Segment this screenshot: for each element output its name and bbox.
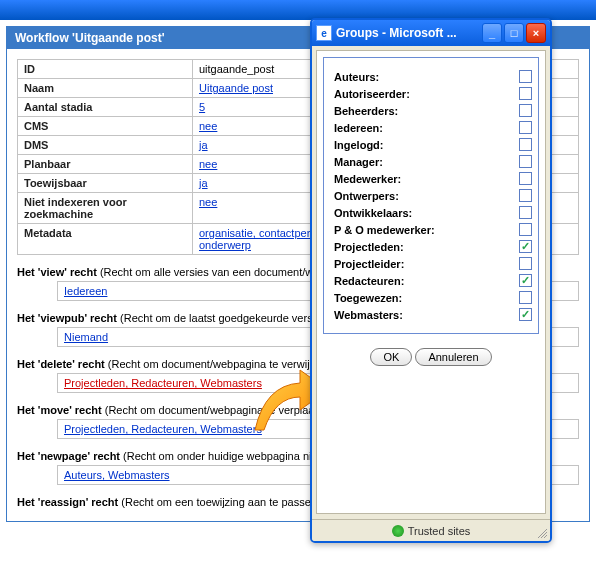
group-label: Beheerders: — [334, 105, 398, 117]
group-label: Projectleider: — [334, 258, 404, 270]
group-row: Iedereen: — [334, 119, 532, 136]
popup-title: Groups - Microsoft ... — [336, 26, 482, 40]
popup-body: Auteurs:Autoriseerder:Beheerders:Iederee… — [316, 50, 546, 514]
group-checkbox[interactable] — [519, 155, 532, 168]
group-row: Autoriseerder: — [334, 85, 532, 102]
prop-label-cms: CMS — [18, 117, 193, 136]
group-checkbox[interactable] — [519, 189, 532, 202]
prop-label-toewijsbaar: Toewijsbaar — [18, 174, 193, 193]
link-dms[interactable]: ja — [199, 139, 208, 151]
group-label: Redacteuren: — [334, 275, 404, 287]
group-row: Ingelogd: — [334, 136, 532, 153]
ok-button[interactable]: OK — [370, 348, 412, 366]
right-delete-title-bold: Het 'delete' recht — [17, 358, 105, 370]
group-label: Ontwikkelaars: — [334, 207, 412, 219]
group-checkbox[interactable]: ✓ — [519, 274, 532, 287]
maximize-button[interactable]: □ — [504, 23, 524, 43]
groups-popup-window: e Groups - Microsoft ... _ □ × Auteurs:A… — [310, 18, 552, 543]
group-row: Redacteuren:✓ — [334, 272, 532, 289]
link-planbaar[interactable]: nee — [199, 158, 217, 170]
group-label: P & O medewerker: — [334, 224, 435, 236]
group-checkbox[interactable] — [519, 206, 532, 219]
link-cms[interactable]: nee — [199, 120, 217, 132]
group-row: Toegewezen: — [334, 289, 532, 306]
link-toewijsbaar[interactable]: ja — [199, 177, 208, 189]
group-row: Beheerders: — [334, 102, 532, 119]
group-checkbox[interactable] — [519, 104, 532, 117]
right-viewpub-groups[interactable]: Niemand — [64, 331, 108, 343]
group-label: Manager: — [334, 156, 383, 168]
prop-label-naam: Naam — [18, 79, 193, 98]
group-label: Autoriseerder: — [334, 88, 410, 100]
group-label: Iedereen: — [334, 122, 383, 134]
group-row: Medewerker: — [334, 170, 532, 187]
group-row: Projectleden:✓ — [334, 238, 532, 255]
window-top-bar — [0, 0, 596, 20]
group-row: Manager: — [334, 153, 532, 170]
group-checkbox[interactable] — [519, 138, 532, 151]
right-viewpub-title-bold: Het 'viewpub' recht — [17, 312, 117, 324]
group-label: Medewerker: — [334, 173, 401, 185]
group-row: Webmasters:✓ — [334, 306, 532, 323]
right-move-groups[interactable]: Projectleden, Redacteuren, Webmasters — [64, 423, 262, 435]
right-move-title-rest: (Recht om document/webpagina te verplaat… — [102, 404, 339, 416]
right-reassign-title-bold: Het 'reassign' recht — [17, 496, 118, 508]
right-newpage-groups[interactable]: Auteurs, Webmasters — [64, 469, 170, 481]
group-checkbox[interactable] — [519, 87, 532, 100]
prop-label-planbaar: Planbaar — [18, 155, 193, 174]
group-label: Ontwerpers: — [334, 190, 399, 202]
minimize-button[interactable]: _ — [482, 23, 502, 43]
group-checkbox[interactable] — [519, 223, 532, 236]
link-niet-index[interactable]: nee — [199, 196, 217, 208]
group-checkbox[interactable]: ✓ — [519, 240, 532, 253]
group-row: Auteurs: — [334, 68, 532, 85]
group-checkbox[interactable] — [519, 291, 532, 304]
group-list: Auteurs:Autoriseerder:Beheerders:Iederee… — [323, 57, 539, 334]
right-view-title-bold: Het 'view' recht — [17, 266, 97, 278]
trusted-sites-icon — [392, 525, 404, 537]
link-stadia[interactable]: 5 — [199, 101, 205, 113]
prop-label-niet-index: Niet indexeren voor zoekmachine — [18, 193, 193, 224]
resize-grip-icon[interactable] — [535, 526, 547, 538]
popup-status-bar: Trusted sites — [312, 519, 550, 541]
group-row: Projectleider: — [334, 255, 532, 272]
group-checkbox[interactable]: ✓ — [519, 308, 532, 321]
right-newpage-title-bold: Het 'newpage' recht — [17, 450, 120, 462]
prop-label-stadia: Aantal stadia — [18, 98, 193, 117]
group-label: Projectleden: — [334, 241, 404, 253]
group-label: Webmasters: — [334, 309, 403, 321]
prop-label-id: ID — [18, 60, 193, 79]
right-move-title-bold: Het 'move' recht — [17, 404, 102, 416]
right-delete-title-rest: (Recht om document/webpagina te verwijde… — [105, 358, 342, 370]
prop-label-dms: DMS — [18, 136, 193, 155]
close-button[interactable]: × — [526, 23, 546, 43]
group-checkbox[interactable] — [519, 257, 532, 270]
right-view-groups[interactable]: Iedereen — [64, 285, 107, 297]
right-delete-groups[interactable]: Projectleden, Redacteuren, Webmasters — [64, 377, 262, 389]
group-row: Ontwerpers: — [334, 187, 532, 204]
group-label: Auteurs: — [334, 71, 379, 83]
group-checkbox[interactable] — [519, 70, 532, 83]
group-checkbox[interactable] — [519, 172, 532, 185]
group-label: Toegewezen: — [334, 292, 402, 304]
cancel-button[interactable]: Annuleren — [415, 348, 491, 366]
link-naam[interactable]: Uitgaande post — [199, 82, 273, 94]
group-label: Ingelogd: — [334, 139, 384, 151]
status-text: Trusted sites — [408, 525, 471, 537]
ie-app-icon: e — [316, 25, 332, 41]
group-row: P & O medewerker: — [334, 221, 532, 238]
prop-label-metadata: Metadata — [18, 224, 193, 255]
group-checkbox[interactable] — [519, 121, 532, 134]
group-row: Ontwikkelaars: — [334, 204, 532, 221]
popup-titlebar[interactable]: e Groups - Microsoft ... _ □ × — [312, 20, 550, 46]
